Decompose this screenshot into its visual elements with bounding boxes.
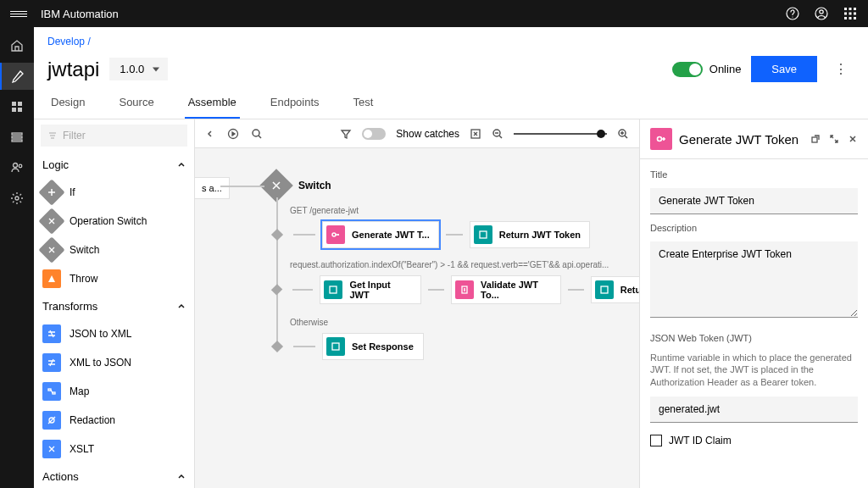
zoom-out-icon[interactable] — [492, 128, 504, 140]
svg-rect-4 — [844, 8, 847, 10]
generate-jwt-icon — [326, 225, 345, 244]
save-button[interactable]: Save — [751, 56, 817, 82]
online-toggle[interactable]: Online — [672, 62, 742, 77]
svg-rect-32 — [480, 231, 487, 238]
svg-rect-9 — [854, 13, 856, 15]
breadcrumb-root[interactable]: Develop — [47, 36, 85, 47]
show-catches-toggle[interactable] — [362, 128, 386, 140]
nav-manage[interactable] — [0, 124, 34, 151]
version-select[interactable]: 1.0.0 — [109, 58, 168, 80]
nav-develop[interactable] — [0, 63, 34, 90]
search-icon[interactable] — [251, 128, 263, 140]
chevron-up-icon — [177, 302, 186, 311]
tab-assemble[interactable]: Assemble — [185, 89, 240, 119]
filter-icon[interactable] — [340, 128, 352, 140]
popout-icon[interactable] — [810, 134, 821, 144]
palette-item-xml-to-json[interactable]: XML to JSON — [34, 348, 194, 377]
filter-input[interactable]: Filter — [41, 125, 187, 147]
nav-settings[interactable] — [0, 185, 34, 212]
hamburger-icon[interactable] — [10, 11, 27, 17]
overflow-menu-icon[interactable]: ⋮ — [827, 61, 854, 77]
user-icon[interactable] — [814, 6, 829, 21]
section-actions[interactable]: Actions — [34, 463, 194, 488]
help-icon[interactable] — [785, 6, 800, 21]
nav-members[interactable] — [0, 154, 34, 181]
svg-rect-10 — [844, 17, 847, 19]
branch-1-condition: GET /generate-jwt — [290, 206, 359, 215]
checkbox-box[interactable] — [650, 435, 662, 446]
palette-item-if[interactable]: If — [34, 178, 194, 207]
palette-item-operation-switch[interactable]: Operation Switch — [34, 207, 194, 236]
expand-icon[interactable] — [829, 134, 839, 144]
toggle-label: Online — [709, 63, 742, 75]
chevron-up-icon — [177, 473, 186, 481]
node-generate-jwt[interactable]: Generate JWT T... — [322, 221, 439, 248]
breadcrumb-sep: / — [87, 36, 90, 47]
palette-item-map[interactable]: Map — [34, 377, 194, 406]
node-validate-jwt[interactable]: Validate JWT To... — [451, 275, 561, 304]
app-switcher-icon[interactable] — [843, 6, 858, 21]
svg-rect-12 — [854, 17, 856, 19]
page-title: jwtapi — [47, 58, 99, 81]
nav-catalog[interactable] — [0, 93, 34, 120]
brand: IBM Automation — [41, 8, 119, 20]
close-icon[interactable] — [848, 134, 858, 144]
tab-endpoints[interactable]: Endpoints — [267, 89, 323, 119]
switch-label: Switch — [298, 180, 331, 191]
filter-placeholder: Filter — [63, 130, 86, 141]
branch-dot — [271, 229, 283, 241]
set-response-icon — [326, 337, 345, 356]
description-label: Description — [650, 223, 858, 233]
nav-home[interactable] — [0, 32, 34, 59]
json-to-xml-icon — [42, 324, 61, 343]
throw-icon — [42, 269, 61, 288]
jwt-id-claim-checkbox[interactable]: JWT ID Claim — [650, 431, 858, 446]
properties-panel: Generate JWT Token Title Description Cre… — [639, 119, 868, 488]
show-catches-label: Show catches — [396, 128, 459, 140]
jwt-input[interactable] — [650, 396, 858, 423]
tab-test[interactable]: Test — [350, 89, 377, 119]
palette-item-throw[interactable]: Throw — [34, 264, 194, 293]
svg-rect-24 — [53, 392, 55, 394]
branch-2-condition: request.authorization.indexOf("Bearer") … — [290, 260, 620, 269]
node-return-jwt[interactable]: Return JWT Token — [470, 221, 590, 248]
svg-rect-19 — [12, 140, 22, 141]
back-icon[interactable] — [205, 129, 215, 139]
svg-rect-6 — [854, 8, 856, 10]
palette-item-json-to-xml[interactable]: JSON to XML — [34, 319, 194, 348]
return-icon — [595, 280, 614, 299]
svg-rect-15 — [12, 108, 16, 112]
palette-item-xslt[interactable]: XSLT — [34, 435, 194, 463]
toggle-switch[interactable] — [672, 62, 703, 77]
section-logic[interactable]: Logic — [34, 152, 194, 178]
start-chip[interactable]: s a... — [195, 177, 230, 199]
svg-point-31 — [332, 233, 336, 236]
palette-item-redaction[interactable]: Redaction — [34, 406, 194, 435]
redaction-icon — [42, 411, 61, 430]
switch-icon — [38, 236, 64, 263]
switch-node[interactable]: Switch — [264, 174, 331, 197]
play-icon[interactable] — [227, 128, 239, 140]
tab-design[interactable]: Design — [47, 89, 88, 119]
section-transforms[interactable]: Transforms — [34, 293, 194, 319]
fit-icon[interactable] — [470, 128, 481, 140]
node-get-input-jwt[interactable]: Get Input JWT — [320, 275, 421, 304]
palette-item-switch[interactable]: Switch — [34, 236, 194, 264]
svg-rect-13 — [12, 102, 16, 106]
brand-name: Automation — [63, 8, 119, 20]
node-set-response[interactable]: Set Response — [322, 333, 424, 360]
svg-point-3 — [820, 10, 823, 14]
page-header: jwtapi 1.0.0 Online Save ⋮ — [34, 51, 868, 89]
title-input[interactable] — [650, 188, 858, 214]
description-input[interactable]: Create Enterprise JWT Token — [650, 241, 858, 318]
node-return-2[interactable]: Retur... — [591, 276, 639, 303]
title-label: Title — [650, 169, 858, 180]
zoom-slider[interactable] — [514, 133, 607, 135]
canvas[interactable]: s a... Switch GET /generate-jwt Generate… — [195, 148, 639, 488]
svg-rect-5 — [849, 8, 852, 10]
svg-rect-38 — [812, 137, 817, 142]
zoom-in-icon[interactable] — [617, 128, 629, 140]
tab-source[interactable]: Source — [115, 89, 157, 119]
svg-point-21 — [19, 164, 22, 168]
section-label: Logic — [42, 158, 69, 171]
